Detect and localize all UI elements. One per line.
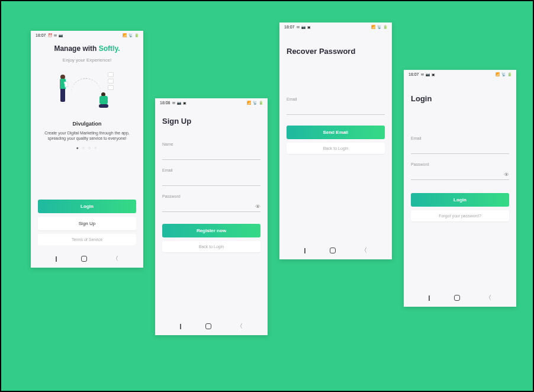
eye-icon[interactable]: 👁 bbox=[255, 204, 260, 210]
status-time: 18:07 bbox=[284, 25, 295, 29]
cast-icon: ▣ bbox=[307, 25, 311, 29]
onboarding-subtitle: Enjoy your Experience! bbox=[38, 57, 136, 63]
back-icon[interactable]: 〈 bbox=[112, 255, 118, 263]
message-icon: ✉ bbox=[421, 72, 424, 76]
eye-icon[interactable]: 👁 bbox=[504, 172, 509, 178]
wifi-icon: 📡 bbox=[501, 72, 506, 76]
page-title: Login bbox=[411, 94, 509, 103]
email-label: Email bbox=[411, 136, 509, 140]
recover-screen: 18:07 ✉ 📷 ▣ 📶 📡 🔋 Recover Password Email… bbox=[279, 23, 392, 259]
recents-icon[interactable]: ||| bbox=[179, 323, 180, 329]
signal-icon: 📶 bbox=[247, 101, 251, 105]
signal-icon: 📶 bbox=[123, 33, 127, 37]
recents-icon[interactable]: ||| bbox=[55, 256, 56, 262]
password-field: Password 👁 bbox=[162, 194, 260, 212]
status-bar: 18:08 ✉ 📷 ▣ 📶 📡 🔋 bbox=[155, 98, 268, 106]
email-input[interactable] bbox=[287, 104, 385, 115]
name-label: Name bbox=[162, 142, 260, 146]
status-time: 18:08 bbox=[160, 101, 171, 105]
tos-button[interactable]: Terms of Service bbox=[38, 234, 136, 245]
android-nav-bar: ||| 〈 bbox=[404, 289, 516, 307]
back-icon[interactable]: 〈 bbox=[485, 294, 491, 302]
back-icon[interactable]: 〈 bbox=[237, 322, 243, 330]
back-to-login-button[interactable]: Back to Login bbox=[162, 241, 260, 252]
home-icon[interactable] bbox=[330, 248, 336, 253]
section-description: Create your Digital Marketing through th… bbox=[38, 130, 136, 141]
wifi-icon: 📡 bbox=[253, 101, 257, 105]
onboarding-screen: 18:07 ⏰ ✉ 📷 📶 📡 🔋 Manage with Softly. En… bbox=[31, 31, 143, 268]
password-input[interactable] bbox=[411, 169, 509, 180]
camera-icon: 📷 bbox=[301, 25, 305, 29]
login-screen: 18:07 ✉ 📷 ▣ 📶 📡 🔋 Login Email Password 👁… bbox=[404, 70, 516, 307]
login-button[interactable]: Login bbox=[411, 193, 509, 207]
battery-icon: 🔋 bbox=[507, 72, 512, 76]
page-title: Recover Password bbox=[287, 47, 385, 56]
onboarding-illustration bbox=[54, 70, 120, 111]
cast-icon: ▣ bbox=[432, 72, 435, 76]
email-field: Email bbox=[162, 168, 260, 186]
password-input[interactable] bbox=[162, 201, 260, 212]
cast-icon: ▣ bbox=[183, 101, 186, 105]
signal-icon: 📶 bbox=[371, 25, 375, 29]
home-icon[interactable] bbox=[454, 295, 460, 301]
send-email-button[interactable]: Send Email bbox=[287, 126, 385, 139]
camera-icon: 📷 bbox=[177, 101, 181, 105]
email-input[interactable] bbox=[162, 175, 260, 186]
status-time: 18:07 bbox=[408, 72, 419, 76]
email-input[interactable] bbox=[411, 143, 509, 154]
email-field: Email bbox=[411, 136, 509, 154]
email-label: Email bbox=[287, 97, 385, 101]
status-bar: 18:07 ✉ 📷 ▣ 📶 📡 🔋 bbox=[404, 70, 516, 78]
signal-icon: 📶 bbox=[496, 72, 500, 76]
onboarding-title: Manage with Softly. bbox=[38, 44, 136, 53]
recents-icon[interactable]: ||| bbox=[304, 248, 304, 253]
recents-icon[interactable]: ||| bbox=[428, 295, 429, 301]
wifi-icon: 📡 bbox=[377, 25, 381, 29]
status-bar: 18:07 ✉ 📷 ▣ 📶 📡 🔋 bbox=[279, 23, 392, 30]
message-icon: ✉ bbox=[172, 101, 175, 105]
register-button[interactable]: Register now bbox=[162, 224, 260, 237]
message-icon: ✉ bbox=[297, 25, 300, 29]
status-bar: 18:07 ⏰ ✉ 📷 📶 📡 🔋 bbox=[31, 31, 143, 38]
name-field: Name bbox=[162, 142, 260, 160]
camera-icon: 📷 bbox=[59, 33, 63, 37]
section-title: Divulgation bbox=[38, 121, 136, 127]
password-field: Password 👁 bbox=[411, 162, 509, 180]
message-icon: ✉ bbox=[54, 33, 57, 37]
login-button[interactable]: Login bbox=[38, 200, 136, 213]
signup-button[interactable]: Sign Up bbox=[38, 217, 136, 230]
home-icon[interactable] bbox=[81, 256, 87, 262]
battery-icon: 🔋 bbox=[134, 33, 139, 37]
android-nav-bar: ||| 〈 bbox=[279, 242, 392, 259]
email-field: Email bbox=[287, 97, 385, 115]
status-time: 18:07 bbox=[36, 33, 46, 37]
signup-screen: 18:08 ✉ 📷 ▣ 📶 📡 🔋 Sign Up Name Email Pas… bbox=[155, 98, 268, 335]
back-to-login-button[interactable]: Back to Login bbox=[287, 143, 385, 154]
password-label: Password bbox=[411, 162, 509, 166]
battery-icon: 🔋 bbox=[383, 25, 387, 29]
email-label: Email bbox=[162, 168, 260, 172]
android-nav-bar: ||| 〈 bbox=[31, 250, 143, 268]
name-input[interactable] bbox=[162, 149, 260, 160]
wifi-icon: 📡 bbox=[128, 33, 133, 37]
password-label: Password bbox=[162, 194, 260, 198]
page-title: Sign Up bbox=[162, 117, 260, 126]
camera-icon: 📷 bbox=[426, 72, 430, 76]
alarm-icon: ⏰ bbox=[48, 33, 52, 37]
page-indicator[interactable]: ● ○ ○ ○ bbox=[38, 146, 136, 150]
battery-icon: 🔋 bbox=[259, 101, 263, 105]
forgot-password-button[interactable]: Forgot your password? bbox=[411, 210, 509, 221]
back-icon[interactable]: 〈 bbox=[361, 246, 367, 255]
home-icon[interactable] bbox=[205, 323, 211, 329]
android-nav-bar: ||| 〈 bbox=[155, 317, 268, 335]
